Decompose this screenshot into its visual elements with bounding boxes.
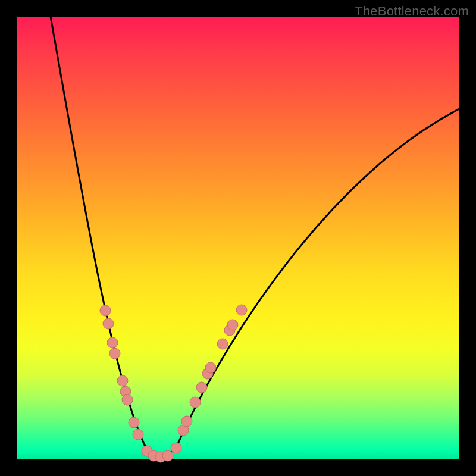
curve-markers-group (100, 305, 247, 462)
curve-marker (181, 416, 192, 427)
watermark-text: TheBottleneck.com (355, 4, 469, 19)
curve-marker (133, 429, 143, 440)
curve-marker (117, 375, 128, 386)
curve-marker (190, 397, 201, 408)
curve-marker (109, 348, 120, 359)
chart-frame: TheBottleneck.com (0, 0, 476, 476)
curve-marker (196, 382, 207, 393)
curve-marker (107, 337, 118, 348)
chart-plot-area (17, 17, 459, 459)
chart-svg (17, 17, 459, 459)
curve-marker (162, 450, 173, 461)
curve-marker (122, 394, 133, 405)
curve-marker (205, 362, 216, 373)
curve-marker (171, 443, 181, 453)
curve-marker (100, 305, 111, 316)
curve-marker (103, 318, 114, 329)
curve-marker (217, 339, 228, 349)
curve-marker (129, 417, 139, 428)
curve-marker (236, 305, 247, 315)
bottleneck-curve (51, 17, 459, 455)
curve-marker (227, 320, 238, 330)
